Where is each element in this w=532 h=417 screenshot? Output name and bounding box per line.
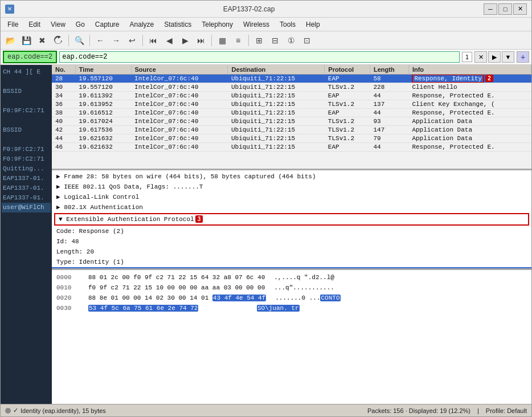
close-button[interactable]: ✕ [513,3,527,15]
sidebar-line-3: BSSID [2,87,51,96]
right-panel: No. Time Source Destination Protocol Len… [52,65,531,404]
status-bar: ✓ Identity (eap.identity), 15 bytes Pack… [1,404,531,416]
detail-panel: ▶ Frame 28: 58 bytes on wire (464 bits),… [52,170,531,270]
resize-columns-button[interactable]: ⊡ [300,34,314,47]
menu-tools[interactable]: Tools [275,19,300,30]
detail-line[interactable]: Type: Identity (1) [52,257,531,267]
toolbar-separator-5 [248,35,249,46]
filter-number: 1 [462,52,472,62]
hex-line: 002088 8e 01 00 00 14 02 30 00 14 01 43 … [52,293,531,303]
hex-line: 0010f0 9f c2 71 22 15 10 00 00 00 aa aa … [52,283,531,293]
menu-view[interactable]: View [46,19,70,30]
find-button[interactable]: 🔍 [72,34,87,47]
table-row[interactable]: 3419.611392IntelCor_07:6c:40Ubiquiti_71:… [52,92,531,100]
sidebar-line-9: F0:9F:C2:71 [2,145,51,154]
toolbar-separator-3 [142,35,143,46]
hex-line: 000088 01 2c 00 f0 9f c2 71 22 15 64 32 … [52,272,531,283]
next-button[interactable]: ▶ [178,34,193,47]
status-separator-2: | [477,407,479,414]
sidebar-line-5: F0:9F:C2:71 [2,106,51,116]
zoom-out-button[interactable]: ⊟ [268,34,283,47]
detail-line[interactable]: ▶ Frame 28: 58 bytes on wire (464 bits),… [52,171,531,182]
detail-line[interactable]: ▼ Extensible Authentication Protocol3 [54,213,529,226]
packet-table: No. Time Source Destination Protocol Len… [52,65,531,152]
filter-bar: eap.code==2 1 ✕ ▶ ▼ + [1,50,531,65]
window-title: EAP1337-02.cap [14,5,484,13]
menu-go[interactable]: Go [71,19,89,30]
menu-help[interactable]: Help [301,19,325,30]
first-button[interactable]: ⏮ [146,34,161,47]
col-no: No. [52,65,75,75]
table-row[interactable]: 4019.617024IntelCor_07:6c:40Ubiquiti_71:… [52,117,531,126]
packet-table-header: No. Time Source Destination Protocol Len… [52,65,531,75]
sidebar-line-12: EAP1337-01. [2,174,51,183]
autoscroll-button[interactable]: ≡ [231,34,245,47]
col-destination: Destination [228,65,325,75]
detail-line[interactable]: Length: 20 [52,247,531,257]
sidebar-line-11: Quitting... [2,164,51,174]
col-time: Time [75,65,131,75]
sidebar-line-1: CH 44 ][ E [2,67,51,77]
filter-input[interactable] [59,51,460,63]
menu-edit[interactable]: Edit [24,19,45,30]
sidebar-line-13: EAP1337-01. [2,183,51,193]
profile-info: Profile: Default [486,407,527,414]
filter-clear-button[interactable]: ✕ [474,51,487,63]
filter-add-button[interactable]: + [517,51,529,63]
menu-statistics[interactable]: Statistics [159,19,196,30]
col-info: Info [408,65,531,75]
save-button[interactable]: 💾 [19,34,34,47]
packet-table-body: 2819.557120IntelCor_07:6c:40Ubiquiti_71:… [52,75,531,152]
sidebar-line-15: user@WiFlCh [2,203,51,212]
table-row[interactable]: 4619.621632IntelCor_07:6c:40Ubiquiti_71:… [52,143,531,152]
last-button[interactable]: ⏭ [194,34,208,47]
sidebar-line-4 [2,96,51,106]
filter-label: eap.code==2 [3,51,57,63]
table-row[interactable]: 3619.613952IntelCor_07:6c:40Ubiquiti_71:… [52,100,531,109]
zoom-in-button[interactable]: ⊞ [252,34,267,47]
col-protocol: Protocol [325,65,370,75]
window-controls: ─ □ ✕ [484,3,527,15]
status-dot [5,408,11,414]
close-capture-button[interactable]: ✖ [35,34,50,47]
status-text: Identity (eap.identity), 15 bytes [21,407,106,414]
back-button[interactable]: ← [93,34,108,47]
status-icon: ✓ [13,407,18,414]
toolbar-separator-1 [68,35,69,46]
col-source: Source [131,65,228,75]
reload-button[interactable] [51,34,66,47]
detail-line[interactable]: ▶ IEEE 802.11 QoS Data, Flags: .......T [52,182,531,192]
colorize-button[interactable]: ▦ [215,34,230,47]
open-button[interactable]: 📂 [3,34,18,47]
table-row[interactable]: 4219.617536IntelCor_07:6c:40Ubiquiti_71:… [52,126,531,134]
table-row[interactable]: 2819.557120IntelCor_07:6c:40Ubiquiti_71:… [52,75,531,83]
return-button[interactable]: ↩ [125,34,140,47]
menu-wireless[interactable]: Wireless [239,19,274,30]
filter-apply-button[interactable]: ▶ [488,51,501,63]
sidebar-line-10: F0:9F:C2:71 [2,154,51,164]
detail-line[interactable]: ▶ 802.1X Authentication [52,202,531,212]
sidebar: CH 44 ][ E BSSID F0:9F:C2:71 BSSID F0:9F… [1,65,52,404]
normal-size-button[interactable]: ① [284,34,298,47]
detail-line[interactable]: ▶ Logical-Link Control [52,192,531,202]
sidebar-line-6 [2,116,51,125]
filter-buttons: ✕ ▶ ▼ [474,51,514,63]
table-row[interactable]: 3819.616512IntelCor_07:6c:40Ubiquiti_71:… [52,109,531,117]
maximize-button[interactable]: □ [498,3,512,15]
prev-button[interactable]: ◀ [162,34,177,47]
minimize-button[interactable]: ─ [484,3,497,15]
menu-telephony[interactable]: Telephony [197,19,238,30]
menu-capture[interactable]: Capture [91,19,124,30]
packet-list[interactable]: No. Time Source Destination Protocol Len… [52,65,531,170]
table-row[interactable]: 3019.557120IntelCor_07:6c:40Ubiquiti_71:… [52,83,531,92]
menu-file[interactable]: File [3,19,23,30]
sidebar-line-2 [2,77,51,87]
hex-panel: 000088 01 2c 00 f0 9f c2 71 22 15 64 32 … [52,270,531,404]
detail-line[interactable]: Code: Response (2) [52,226,531,236]
menu-analyze[interactable]: Analyze [125,19,159,30]
sidebar-line-8 [2,135,51,145]
filter-save-button[interactable]: ▼ [502,51,514,63]
detail-line[interactable]: Id: 48 [52,236,531,247]
table-row[interactable]: 4419.621632IntelCor_07:6c:40Ubiquiti_71:… [52,134,531,143]
forward-button[interactable]: → [109,34,124,47]
